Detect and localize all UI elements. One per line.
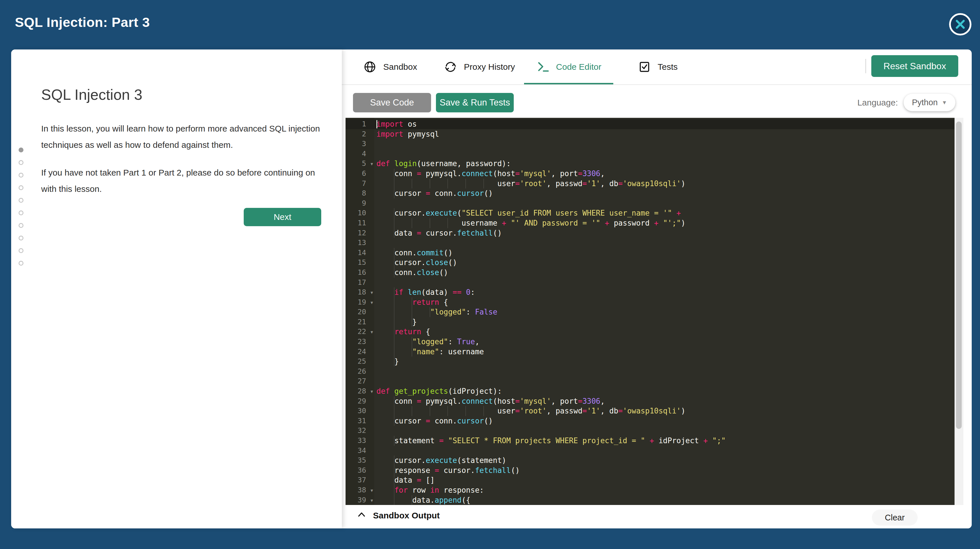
- tab-bar: SandboxProxy HistoryCode EditorTests: [345, 49, 703, 84]
- code-line: 36 response = cursor.fetchall(): [345, 465, 955, 476]
- line-number: 16: [345, 268, 374, 278]
- reset-sandbox-button[interactable]: Reset Sandbox: [871, 55, 958, 77]
- tab-sandbox[interactable]: Sandbox: [345, 49, 435, 84]
- code-text: "logged": False: [374, 307, 498, 317]
- code-text: [374, 198, 376, 208]
- code-line: 11 username + "' AND password = '" + pas…: [345, 218, 955, 228]
- fold-arrow-icon[interactable]: ▾: [371, 495, 373, 505]
- code-line: 7 user='root', passwd='1', db='owasp10sq…: [345, 179, 955, 189]
- code-line: 24 "name": username: [345, 347, 955, 357]
- line-number: 6: [345, 169, 374, 179]
- progress-dot: [19, 236, 24, 241]
- code-text: data = []: [374, 475, 435, 485]
- fold-arrow-icon[interactable]: ▾: [371, 387, 373, 397]
- code-text: statement = "SELECT * FROM projects WHER…: [374, 436, 726, 446]
- close-icon: [955, 19, 966, 30]
- clear-output-button[interactable]: Clear: [872, 509, 918, 525]
- code-line: 13: [345, 238, 955, 248]
- chevron-up-icon: [358, 512, 366, 517]
- line-number: 23: [345, 337, 374, 347]
- code-line: 33 statement = "SELECT * FROM projects W…: [345, 436, 955, 446]
- collapse-output-button[interactable]: [358, 512, 366, 517]
- line-number: 25: [345, 357, 374, 367]
- line-number: 24: [345, 347, 374, 357]
- code-text: }: [374, 357, 399, 367]
- progress-dot: [19, 223, 24, 228]
- code-text: [374, 367, 376, 376]
- close-button[interactable]: [949, 13, 971, 35]
- progress-dot: [19, 160, 24, 165]
- code-line: 22▾ return {: [345, 327, 955, 337]
- line-number: 10: [345, 208, 374, 218]
- line-number: 30: [345, 406, 374, 416]
- code-line: 26: [345, 367, 955, 376]
- fold-arrow-icon[interactable]: ▾: [371, 159, 373, 169]
- fold-arrow-icon[interactable]: ▾: [371, 327, 373, 337]
- code-line: 12 data = cursor.fetchall(): [345, 228, 955, 238]
- progress-dot: [19, 185, 24, 190]
- lesson-paragraph: If you have not taken Part 1 or Part 2, …: [41, 164, 326, 197]
- editor-scrollbar-track: [955, 118, 963, 505]
- code-line: 2import pymysql: [345, 129, 955, 139]
- line-number: 12: [345, 228, 374, 238]
- terminal-icon: [536, 60, 549, 73]
- save-run-tests-button[interactable]: Save & Run Tests: [436, 93, 514, 113]
- line-number: 2: [345, 129, 374, 139]
- next-button[interactable]: Next: [244, 208, 321, 226]
- progress-dot: [19, 261, 24, 266]
- code-text: return {: [374, 327, 430, 337]
- lesson-panel: SQL Injection 3 In this lesson, you will…: [11, 49, 342, 528]
- line-number: 17: [345, 278, 374, 288]
- line-number: 34: [345, 446, 374, 456]
- code-text: cursor.execute("SELECT user_id FROM user…: [374, 208, 681, 218]
- code-text: data = cursor.fetchall(): [374, 228, 502, 238]
- code-text: cursor = conn.cursor(): [374, 416, 493, 426]
- code-line: 31 cursor = conn.cursor(): [345, 416, 955, 426]
- fold-arrow-icon[interactable]: ▾: [371, 486, 373, 495]
- tab-tests[interactable]: Tests: [613, 49, 703, 84]
- line-number: 39▾: [345, 495, 374, 505]
- line-number: 35: [345, 455, 374, 465]
- code-text: return {: [374, 297, 448, 307]
- code-text: response = cursor.fetchall(): [374, 465, 520, 476]
- fold-arrow-icon[interactable]: ▾: [371, 298, 373, 308]
- code-line: 9: [345, 198, 955, 208]
- code-line: 38▾ for row in response:: [345, 485, 955, 495]
- code-text: for row in response:: [374, 485, 484, 495]
- code-line: 18▾ if len(data) == 0:: [345, 287, 955, 297]
- tab-code-editor[interactable]: Code Editor: [524, 49, 613, 84]
- code-line: 17: [345, 278, 955, 288]
- line-number: 26: [345, 367, 374, 376]
- code-lines: 1import os2import pymysql345▾def login(u…: [345, 119, 955, 505]
- language-row: Language: Python ▼: [857, 94, 955, 111]
- tab-proxy-history[interactable]: Proxy History: [435, 49, 524, 84]
- code-line: 32: [345, 426, 955, 436]
- code-text: import pymysql: [374, 129, 439, 139]
- line-number: 18▾: [345, 287, 374, 297]
- line-number: 1: [345, 119, 374, 129]
- code-text: def login(username, password):: [374, 159, 511, 169]
- language-label: Language:: [857, 98, 898, 108]
- line-number: 31: [345, 416, 374, 426]
- line-number: 14: [345, 248, 374, 258]
- code-line: 30 user='root', passwd='1', db='owasp10s…: [345, 406, 955, 416]
- progress-dot: [19, 148, 24, 152]
- line-number: 4: [345, 149, 374, 159]
- editor-scrollbar-thumb[interactable]: [956, 122, 962, 429]
- language-select[interactable]: Python ▼: [904, 94, 955, 111]
- line-number: 8: [345, 189, 374, 198]
- tab-bar-divider: [342, 84, 972, 85]
- code-editor[interactable]: 1import os2import pymysql345▾def login(u…: [345, 118, 955, 505]
- code-text: conn.close(): [374, 268, 448, 278]
- save-code-button[interactable]: Save Code: [353, 93, 431, 113]
- refresh-icon: [444, 60, 457, 73]
- code-line: 35 cursor.execute(statement): [345, 455, 955, 465]
- line-number: 33: [345, 436, 374, 446]
- fold-arrow-icon[interactable]: ▾: [371, 288, 373, 298]
- tab-label: Tests: [658, 62, 678, 72]
- text-cursor: [376, 120, 377, 129]
- code-line: 15 cursor.close(): [345, 258, 955, 268]
- line-number: 5▾: [345, 159, 374, 169]
- code-line: 37 data = []: [345, 475, 955, 485]
- code-line: 29 conn = pymysql.connect(host='mysql', …: [345, 396, 955, 406]
